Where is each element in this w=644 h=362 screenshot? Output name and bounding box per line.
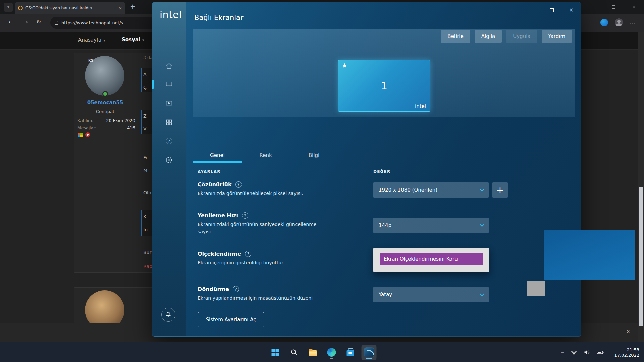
help-icon[interactable]: ? xyxy=(235,181,242,188)
notifications-button[interactable] xyxy=(161,308,175,322)
detect-button[interactable]: Algıla xyxy=(475,30,502,43)
tab-info[interactable]: Bilgi xyxy=(290,149,338,161)
resolution-dropdown[interactable]: 644 x 362 (Önerilen) xyxy=(373,182,489,198)
refresh-icon[interactable]: ↻ xyxy=(36,18,41,25)
refresh-rate-value: 144p xyxy=(379,222,391,228)
system-tray xyxy=(560,342,604,362)
intel-sidebar: intel ? xyxy=(152,2,186,337)
intel-gcc-button[interactable] xyxy=(362,345,377,360)
scrollbar-thumb[interactable] xyxy=(639,187,643,326)
taskbar-clock[interactable]: 21:53 17.02.2022 xyxy=(614,342,639,362)
help-icon[interactable]: ? xyxy=(242,212,248,219)
help-icon[interactable]: ? xyxy=(233,286,239,292)
store-button[interactable] xyxy=(343,345,358,360)
user-rank-label: Centipat xyxy=(74,109,136,114)
post-text-fragment: Bur xyxy=(143,250,151,255)
online-status-badge xyxy=(102,91,108,97)
home-icon xyxy=(165,62,173,70)
help-icon[interactable]: ? xyxy=(245,251,251,257)
battery-icon[interactable] xyxy=(596,349,604,356)
browser-menu-icon[interactable]: … xyxy=(630,19,635,26)
joined-value: 20 Ekim 2020 xyxy=(106,118,135,123)
intel-minimize-button[interactable] xyxy=(523,2,542,18)
site-favicon-icon xyxy=(18,6,23,10)
scaling-dropdown-open[interactable]: Ekran Ölçeklendirmesini Koru xyxy=(373,248,489,272)
tab-close-icon[interactable]: × xyxy=(118,6,122,11)
identify-button[interactable]: Belirle xyxy=(441,30,470,43)
chevron-down-icon xyxy=(480,189,484,192)
help-button[interactable]: Yardım xyxy=(542,30,572,43)
window-title: Bağlı Ekranlar xyxy=(194,14,244,22)
back-icon[interactable]: ← xyxy=(9,18,14,25)
resolution-label: Çözünürlük xyxy=(198,181,232,188)
scaling-description: Ekran içeriğinin gösterildiği boyuttur. xyxy=(198,259,362,267)
sidebar-item-home[interactable] xyxy=(152,59,186,73)
start-button[interactable] xyxy=(268,345,283,360)
column-header-value: DEĞER xyxy=(373,169,390,174)
sidebar-item-displays[interactable] xyxy=(152,77,186,92)
forward-icon[interactable]: → xyxy=(23,18,28,25)
chevron-down-icon: ▾ xyxy=(103,38,105,43)
chevron-down-icon xyxy=(480,224,484,227)
intel-maximize-button[interactable] xyxy=(542,2,561,18)
nav-item-social[interactable]: Sosyal▾ xyxy=(122,37,144,43)
joined-label: Katılım: xyxy=(77,118,93,123)
wifi-icon[interactable] xyxy=(570,349,578,356)
display-brand-label: intel xyxy=(415,103,426,109)
grid-icon xyxy=(165,119,173,126)
sidebar-item-apps[interactable] xyxy=(152,115,186,130)
report-link-fragment[interactable]: Rap xyxy=(143,264,152,269)
apply-button[interactable]: Uygula xyxy=(506,30,537,43)
edge-button[interactable] xyxy=(324,345,339,360)
file-explorer-button[interactable] xyxy=(305,345,320,360)
edge-icon xyxy=(327,348,336,357)
new-tab-button[interactable]: + xyxy=(130,3,136,10)
search-button[interactable] xyxy=(286,345,302,360)
post-text-fragment: Ç xyxy=(143,85,147,90)
refresh-rate-dropdown[interactable]: 144p xyxy=(373,218,489,233)
sidebar-item-support[interactable]: ? xyxy=(152,134,186,148)
scaling-label: Ölçeklendirme xyxy=(198,251,241,257)
active-tab-indicator xyxy=(193,161,241,163)
video-display-icon xyxy=(165,100,173,107)
open-system-settings-button[interactable]: Sistem Ayarlarını Aç xyxy=(198,312,264,327)
help-icon: ? xyxy=(166,138,172,144)
active-app-indicator xyxy=(366,358,372,359)
browser-tab[interactable]: CS:GO'daki siyah bar nasıl kaldırı × xyxy=(15,2,125,14)
browser-close-button[interactable]: × xyxy=(624,0,644,14)
sidebar-item-settings[interactable] xyxy=(152,153,186,167)
rotation-dropdown[interactable]: Yatay xyxy=(373,287,489,302)
user-badge-icon xyxy=(85,132,90,137)
tab-color[interactable]: Renk xyxy=(241,149,290,161)
nav-item-home[interactable]: Anasayfa▾ xyxy=(78,37,105,43)
tab-search-icon[interactable]: ▾ xyxy=(4,3,13,12)
intel-logo: intel xyxy=(160,9,182,20)
browser-minimize-button[interactable] xyxy=(584,0,604,14)
bell-icon xyxy=(165,311,172,318)
settings-tabs: Genel Renk Bilgi xyxy=(193,149,338,161)
add-custom-resolution-button[interactable]: + xyxy=(492,182,508,198)
folder-icon xyxy=(309,350,317,356)
post-timestamp: 3 da xyxy=(143,55,153,60)
resolution-value: 644 x 362 (Önerilen) xyxy=(379,187,437,193)
sidebar-item-video[interactable] xyxy=(152,96,186,111)
username-link[interactable]: 05emocan55 xyxy=(74,100,136,106)
intel-close-button[interactable]: × xyxy=(561,2,581,18)
chevron-up-icon[interactable] xyxy=(560,350,565,355)
tab-general[interactable]: Genel xyxy=(193,149,241,161)
display-1-tile[interactable]: ★ 1 intel xyxy=(338,60,430,112)
speaker-icon[interactable] xyxy=(583,349,591,356)
notification-close-icon[interactable]: × xyxy=(626,328,630,335)
monitor-icon xyxy=(165,81,173,88)
post-text-fragment: A xyxy=(143,72,147,77)
primary-display-star-icon: ★ xyxy=(342,62,347,69)
post-text-fragment: K xyxy=(143,214,146,219)
browser-maximize-button[interactable] xyxy=(604,0,624,14)
running-indicator xyxy=(330,358,333,359)
scaling-selected-option[interactable]: Ekran Ölçeklendirmesini Koru xyxy=(380,253,483,265)
user-avatar[interactable]: KS xyxy=(85,56,124,96)
profile-avatar-icon[interactable] xyxy=(615,18,623,26)
page-scrollbar[interactable] xyxy=(638,32,644,342)
extension-icon[interactable] xyxy=(600,19,608,26)
clock-date: 17.02.2022 xyxy=(614,353,639,357)
